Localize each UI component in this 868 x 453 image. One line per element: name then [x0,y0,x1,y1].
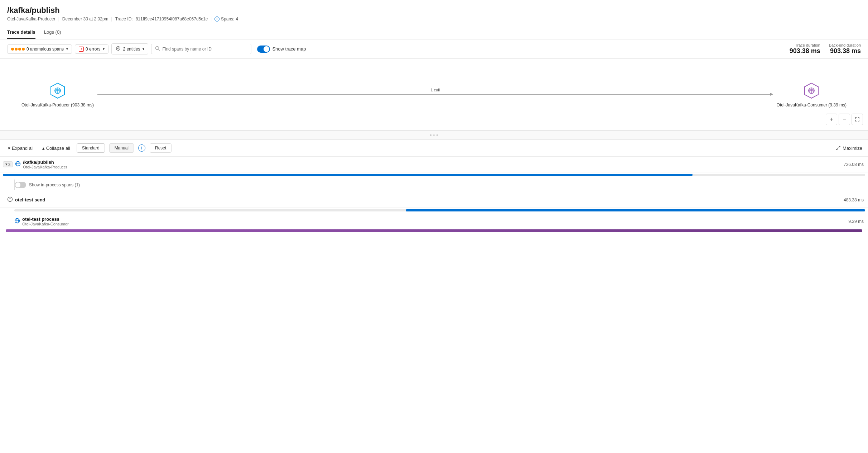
span-messenger-icon [7,196,13,203]
header-meta: Otel-JavaKafka-Producer | December 30 at… [7,16,861,22]
spans-badge[interactable]: i Spans: 4 [214,16,238,22]
bar-fill-child2 [6,229,862,232]
anomalous-spans-button[interactable]: 0 anomalous spans ▾ [7,44,72,54]
dot1 [11,48,14,51]
expand-all-button[interactable]: ▾ Expand all [6,144,36,152]
drag-handle[interactable]: • • • [0,130,868,140]
toolbar: 0 anomalous spans ▾ ! 0 errors ▾ 2 entit… [0,39,868,59]
info-icon: i [214,16,220,22]
trace-id-value: 811ff9ce41710954f087a68e067d5c1c [136,16,208,22]
inprocess-toggle[interactable] [15,182,26,188]
bar-fill [3,174,693,176]
span-right-child2: 9.39 ms [150,214,868,229]
collapse-all-label: Collapse all [46,146,70,151]
search-wrap[interactable] [151,44,251,54]
span-duration-child2: 9.39 ms [848,219,864,224]
span-row-root[interactable]: ▾ 3 /kafka/publish Otel-JavaKafka-Produc… [0,157,868,172]
zoom-in-button[interactable]: + [826,114,837,125]
span-name-block2: otel-test send [15,197,45,202]
consumer-node[interactable]: Otel-JavaKafka-Consumer (9.39 ms) [777,82,847,108]
collapse-all-button[interactable]: ▴ Collapse all [40,144,72,152]
maximize-label: Maximize [843,146,862,151]
show-trace-map-label: Show trace map [272,46,306,52]
producer-node[interactable]: Otel-JavaKafka-Producer (903.38 ms) [21,82,94,108]
toggle-small-knob [15,182,20,187]
dot2 [15,48,18,51]
span-duration: 726.08 ms [844,162,864,167]
span-count-badge[interactable]: ▾ 3 [3,161,13,167]
inprocess-label: Show in-process spans (1) [29,182,80,187]
show-trace-map-toggle[interactable]: Show trace map [257,46,306,53]
standard-view-button[interactable]: Standard [77,143,105,153]
zoom-out-button[interactable]: − [839,114,850,125]
errors-button[interactable]: ! 0 errors ▾ [75,44,108,54]
anomalous-label: 0 anomalous spans [26,47,64,52]
span-left-child2: otel-test process Otel-JavaKafka-Consume… [0,214,150,229]
chevron-down-icon4: ▾ [8,146,10,151]
entities-button[interactable]: 2 entities ▾ [111,43,148,54]
chevron-down-icon3: ▾ [143,47,144,51]
timestamp: December 30 at 2:02pm [62,16,108,22]
svg-point-1 [156,47,159,50]
spans-count: 4 [236,16,238,22]
chevron-down-icon2: ▾ [103,47,105,51]
error-icon: ! [79,47,84,52]
span-name-block3: otel-test process Otel-JavaKafka-Consume… [22,216,69,226]
manual-view-button[interactable]: Manual [109,143,134,153]
page: /kafka/publish Otel-JavaKafka-Producer |… [0,0,868,453]
trace-id-label: Trace ID: [115,16,133,22]
span-name: /kafka/publish [23,159,67,165]
backend-duration-label: Back-end duration [829,43,861,47]
root-span: ▾ 3 /kafka/publish Otel-JavaKafka-Produc… [0,157,868,178]
tab-logs[interactable]: Logs (0) [44,26,61,39]
tabs: Trace details Logs (0) [0,26,868,39]
span-left-root: ▾ 3 /kafka/publish Otel-JavaKafka-Produc… [0,157,150,172]
bar-spacer [14,209,406,211]
root-span-bar [0,174,868,178]
connector-line: 1 call [97,94,773,95]
divider3: | [211,16,212,22]
map-nodes: Otel-JavaKafka-Producer (903.38 ms) 1 ca… [7,82,861,108]
spans-section: ▾ Expand all ▴ Collapse all Standard Man… [0,140,868,237]
trace-duration-label: Trace duration [790,43,820,47]
dot4 [22,48,25,51]
span-row-child1[interactable]: otel-test send 483.38 ms [0,192,868,208]
maximize-button[interactable]: Maximize [836,146,862,151]
search-input[interactable] [162,47,247,52]
reset-button[interactable]: Reset [150,143,172,153]
consumer-icon [802,82,820,100]
trace-map: Otel-JavaKafka-Producer (903.38 ms) 1 ca… [0,59,868,130]
backend-duration-value: 903.38 ms [829,47,861,55]
backend-duration: Back-end duration 903.38 ms [829,43,861,55]
page-title: /kafka/publish [7,6,861,15]
svg-point-0 [117,48,119,49]
span-row-child2[interactable]: otel-test process Otel-JavaKafka-Consume… [0,214,868,229]
toggle-switch[interactable] [257,46,270,53]
span-name-child2: otel-test process [22,216,69,222]
span-count: 3 [8,162,10,167]
trace-duration-value: 903.38 ms [790,47,820,55]
info-button[interactable]: i [138,144,145,152]
tab-trace-details[interactable]: Trace details [7,26,35,39]
producer-label: Otel-JavaKafka-Producer (903.38 ms) [21,102,94,108]
fit-button[interactable] [852,114,863,125]
child1-span-bar [0,209,868,214]
child-span-2: otel-test process Otel-JavaKafka-Consume… [0,214,868,237]
entities-label: 2 entities [123,47,140,52]
span-right-root: 726.08 ms [150,157,868,172]
map-controls: + − [826,114,863,125]
svg-line-2 [159,49,160,51]
chevron-down-icon5: ▾ [5,162,8,167]
bar-container2 [14,209,865,211]
anomalous-icon [11,48,25,51]
producer-icon [49,82,67,100]
span-right-child1: 483.38 ms [150,192,868,208]
span-globe-icon2 [14,218,20,225]
dot3 [18,48,21,51]
span-name-child1: otel-test send [15,197,45,202]
service-name: Otel-JavaKafka-Producer [7,16,56,22]
chevron-up-icon: ▴ [42,146,45,151]
duration-section: Trace duration 903.38 ms Back-end durati… [790,43,861,55]
header: /kafka/publish Otel-JavaKafka-Producer |… [0,0,868,23]
svg-point-16 [8,197,13,202]
